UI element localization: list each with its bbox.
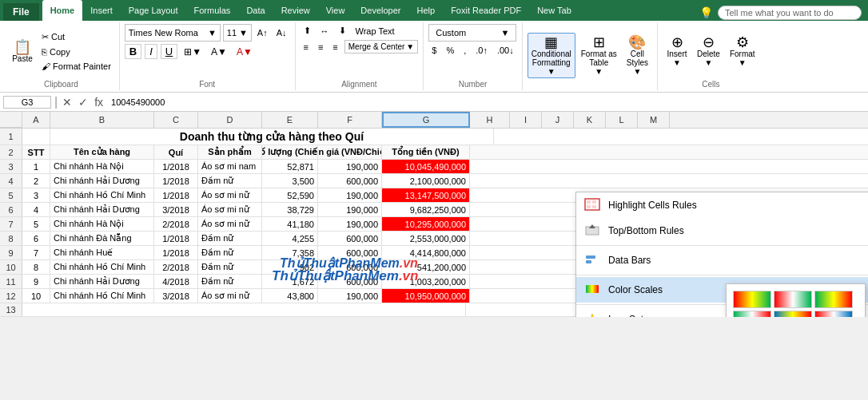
- cell-C5[interactable]: 1/2018: [154, 188, 198, 202]
- col-header-B[interactable]: B: [50, 112, 154, 128]
- cell-A9[interactable]: 7: [22, 246, 50, 259]
- color-scale-3[interactable]: [814, 291, 853, 308]
- cell-F11[interactable]: 600,000: [318, 275, 382, 288]
- increase-font-button[interactable]: A↑: [254, 26, 271, 39]
- bold-button[interactable]: B: [125, 44, 141, 59]
- cancel-formula-icon[interactable]: ✕: [61, 96, 74, 109]
- tell-me-input[interactable]: Tell me what you want to do: [718, 6, 862, 20]
- increase-decimal-button[interactable]: .0↑: [472, 44, 491, 57]
- cell-E2[interactable]: Số lượng (Chiếc): [262, 145, 318, 159]
- format-painter-button[interactable]: 🖌 Format Painter: [38, 60, 114, 73]
- cell-C10[interactable]: 2/2018: [154, 260, 198, 274]
- cell-A6[interactable]: 4: [22, 203, 50, 216]
- formulas-tab[interactable]: Formulas: [186, 0, 239, 21]
- cell-G12[interactable]: 10,950,000,000: [382, 289, 470, 303]
- align-right-button[interactable]: ≡: [329, 41, 340, 53]
- insert-tab[interactable]: Insert: [82, 0, 121, 21]
- cell-D4[interactable]: Đầm nữ: [198, 174, 262, 188]
- cell-title[interactable]: Doanh thu từng cửa hàng theo Quí ThủThuậ…: [50, 129, 494, 145]
- top-bottom-rules-item[interactable]: Top/Bottom Rules ▶: [576, 218, 868, 244]
- cell-B6[interactable]: Chi nhánh Hải Dương: [50, 203, 154, 216]
- cell-B3[interactable]: Chi nhánh Hà Nội: [50, 160, 154, 173]
- cell-D2[interactable]: Sản phẩm: [198, 145, 262, 159]
- cell-D9[interactable]: Đầm nữ: [198, 246, 262, 259]
- cell-E7[interactable]: 41,180: [262, 217, 318, 231]
- cell-F6[interactable]: 190,000: [318, 203, 382, 216]
- page-layout-tab[interactable]: Page Layout: [121, 0, 186, 21]
- comma-button[interactable]: ,: [460, 44, 469, 57]
- col-header-G[interactable]: G: [382, 112, 470, 128]
- formula-input[interactable]: [108, 97, 865, 108]
- percent-button[interactable]: %: [443, 44, 457, 57]
- cell-C7[interactable]: 2/2018: [154, 217, 198, 231]
- col-header-J[interactable]: J: [542, 112, 574, 128]
- align-center-button[interactable]: ≡: [315, 41, 326, 53]
- underline-button[interactable]: U: [161, 44, 177, 59]
- cell-D6[interactable]: Áo sơ mi nữ: [198, 203, 262, 216]
- cell-A2[interactable]: STT: [22, 145, 50, 159]
- cell-D12[interactable]: Áo sơ mi nữ: [198, 289, 262, 303]
- cell-C8[interactable]: 1/2018: [154, 232, 198, 245]
- cell-D7[interactable]: Áo sơ mi nữ: [198, 217, 262, 231]
- cell-D8[interactable]: Đầm nữ: [198, 232, 262, 245]
- cell-A10[interactable]: 8: [22, 260, 50, 274]
- cell-E5[interactable]: 52,590: [262, 188, 318, 202]
- cell-B11[interactable]: Chi nhánh Hải Dương: [50, 275, 154, 288]
- cell-C4[interactable]: 1/2018: [154, 174, 198, 188]
- cell-B12[interactable]: Chi nhánh Hồ Chí Minh: [50, 289, 154, 303]
- col-header-M[interactable]: M: [638, 112, 670, 128]
- cell-D5[interactable]: Áo sơ mi nữ: [198, 188, 262, 202]
- cell-A11[interactable]: 9: [22, 275, 50, 288]
- format-button[interactable]: ⚙ Format ▼: [726, 33, 759, 69]
- col-header-A[interactable]: A: [22, 112, 50, 128]
- cell-E6[interactable]: 38,729: [262, 203, 318, 216]
- view-tab[interactable]: View: [318, 0, 353, 21]
- col-header-D[interactable]: D: [198, 112, 262, 128]
- font-size-selector[interactable]: 11 ▼: [223, 24, 252, 42]
- cell-B9[interactable]: Chi nhánh Huế: [50, 246, 154, 259]
- cell-B8[interactable]: Chi nhánh Đà Nẵng: [50, 232, 154, 245]
- cell-G4[interactable]: 2,100,000,000: [382, 174, 470, 188]
- color-scale-1[interactable]: [733, 291, 771, 308]
- cell-F3[interactable]: 190,000: [318, 160, 382, 173]
- cell-E8[interactable]: 4,255: [262, 232, 318, 245]
- cell-F8[interactable]: 600,000: [318, 232, 382, 245]
- number-format-selector[interactable]: Custom ▼: [428, 24, 516, 42]
- file-tab[interactable]: File: [3, 3, 39, 21]
- cell-G11[interactable]: 1,003,200,000: [382, 275, 470, 288]
- cell-F7[interactable]: 190,000: [318, 217, 382, 231]
- italic-button[interactable]: I: [145, 44, 157, 59]
- color-scale-5[interactable]: [774, 311, 812, 317]
- cell-C11[interactable]: 4/2018: [154, 275, 198, 288]
- cell-A7[interactable]: 5: [22, 217, 50, 231]
- cell-A3[interactable]: 1: [22, 160, 50, 173]
- col-header-H[interactable]: H: [470, 112, 510, 128]
- data-tab[interactable]: Data: [238, 0, 273, 21]
- cell-E12[interactable]: 43,800: [262, 289, 318, 303]
- cell-D11[interactable]: Đầm nữ: [198, 275, 262, 288]
- highlight-cells-rules-item[interactable]: Highlight Cells Rules ▶: [576, 192, 868, 218]
- copy-button[interactable]: ⎘ Copy: [38, 46, 114, 58]
- cell-C12[interactable]: 3/2018: [154, 289, 198, 303]
- col-header-K[interactable]: K: [574, 112, 606, 128]
- merge-center-button[interactable]: Merge & Center▼: [344, 40, 419, 53]
- decrease-decimal-button[interactable]: .00↓: [494, 44, 517, 57]
- cell-C9[interactable]: 1/2018: [154, 246, 198, 259]
- cell-G2[interactable]: Tổng tiền (VNĐ): [382, 145, 470, 159]
- font-name-selector[interactable]: Times New Roma ▼: [125, 24, 221, 42]
- foxit-tab[interactable]: Foxit Reader PDF: [443, 0, 529, 21]
- cell-G6[interactable]: 9,682,250,000: [382, 203, 470, 216]
- function-icon[interactable]: fx: [93, 96, 105, 109]
- fill-color-button[interactable]: A▼: [208, 45, 230, 59]
- cell-D10[interactable]: Đầm nữ: [198, 260, 262, 274]
- help-tab[interactable]: Help: [409, 0, 444, 21]
- review-tab[interactable]: Review: [273, 0, 318, 21]
- col-header-L[interactable]: L: [606, 112, 638, 128]
- cell-A12[interactable]: 10: [22, 289, 50, 303]
- cell-C3[interactable]: 1/2018: [154, 160, 198, 173]
- cell-E11[interactable]: 1,672: [262, 275, 318, 288]
- new-tab-tab[interactable]: New Tab: [529, 0, 579, 21]
- color-scale-6[interactable]: [814, 311, 853, 317]
- cell-C6[interactable]: 3/2018: [154, 203, 198, 216]
- decrease-font-button[interactable]: A↓: [273, 26, 290, 39]
